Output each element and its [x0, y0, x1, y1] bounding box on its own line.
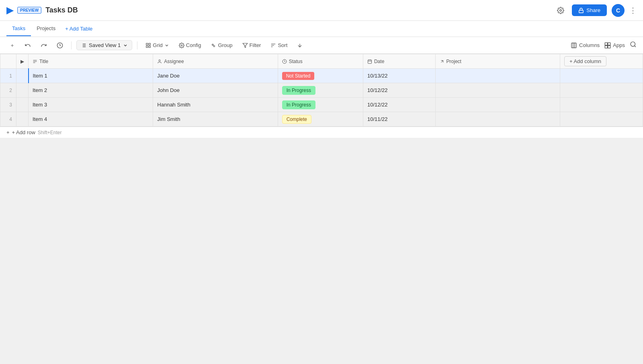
row-title[interactable]: Item 1	[29, 69, 153, 83]
toolbar-right: Columns Apps	[571, 41, 637, 49]
row-project[interactable]	[435, 83, 560, 98]
arrow-icon	[440, 59, 444, 64]
col-header-assignee[interactable]: Assignee	[153, 54, 278, 69]
table-header-row: ▶ Title Assignee	[0, 54, 643, 69]
nav-tabs: Tasks Projects + Add Table	[0, 21, 643, 37]
apps-icon	[604, 42, 611, 49]
tab-tasks[interactable]: Tasks	[6, 21, 31, 36]
grid-icon	[145, 43, 151, 48]
group-button[interactable]: Group	[207, 41, 235, 50]
saved-view-button[interactable]: Saved View 1	[76, 40, 132, 50]
row-expand-cell	[16, 98, 29, 112]
redo-icon	[41, 42, 47, 49]
columns-icon	[571, 42, 577, 49]
status-badge: In Progress	[282, 86, 315, 95]
header-right: Share C ⋮	[554, 4, 637, 17]
row-assignee[interactable]: Jane Doe	[153, 69, 278, 83]
redo-button[interactable]	[37, 41, 50, 50]
table-row[interactable]: 4 Item 4 Jim Smith Complete 10/11/22	[0, 112, 643, 127]
row-expand-cell	[16, 112, 29, 127]
search-icon	[630, 41, 637, 48]
share-button[interactable]: Share	[572, 4, 607, 16]
svg-point-15	[213, 45, 215, 47]
row-title[interactable]: Item 4	[29, 112, 153, 127]
col-header-date[interactable]: Date	[363, 54, 435, 69]
col-header-project[interactable]: Project	[435, 54, 560, 69]
svg-point-33	[159, 59, 160, 61]
row-empty	[560, 98, 643, 112]
status-badge: Not Started	[282, 72, 315, 80]
row-status[interactable]: Complete	[278, 112, 363, 127]
row-status[interactable]: Not Started	[278, 69, 363, 83]
history-button[interactable]	[53, 41, 66, 50]
row-assignee[interactable]: Hannah Smith	[153, 98, 278, 112]
filter-icon	[242, 43, 248, 48]
apps-button[interactable]: Apps	[604, 42, 625, 49]
main-table: ▶ Title Assignee	[0, 54, 643, 127]
logo-icon: ▶	[6, 5, 13, 16]
add-column-header[interactable]: + Add column	[560, 54, 643, 69]
svg-rect-9	[146, 43, 148, 45]
table-row[interactable]: 2 Item 2 John Doe In Progress 10/12/22	[0, 83, 643, 98]
row-status[interactable]: In Progress	[278, 83, 363, 98]
sort-button[interactable]: Sort	[267, 41, 291, 50]
search-button[interactable]	[630, 41, 637, 49]
table-row[interactable]: 3 Item 3 Hannah Smith In Progress 10/12/…	[0, 98, 643, 112]
row-assignee[interactable]: John Doe	[153, 83, 278, 98]
row-project[interactable]	[435, 112, 560, 127]
grid-view-button[interactable]: Grid	[142, 41, 172, 50]
filter-button[interactable]: Filter	[239, 41, 264, 50]
row-expand-cell	[16, 69, 29, 83]
svg-rect-11	[146, 46, 148, 47]
svg-rect-12	[149, 46, 150, 47]
clock-icon	[282, 59, 287, 64]
add-row-shortcut: Shift+Enter	[38, 130, 62, 135]
row-status[interactable]: In Progress	[278, 98, 363, 112]
row-assignee[interactable]: Jim Smith	[153, 112, 278, 127]
svg-rect-24	[605, 43, 608, 45]
row-num-header	[0, 54, 16, 69]
chevron-down-icon	[123, 43, 128, 48]
toolbar-left: ＋ Saved View 1 Grid Config Group	[6, 40, 306, 51]
svg-rect-1	[579, 10, 584, 12]
col-header-status[interactable]: Status	[278, 54, 363, 69]
row-project[interactable]	[435, 69, 560, 83]
preview-badge: PREVIEW	[17, 7, 41, 14]
row-project[interactable]	[435, 98, 560, 112]
svg-point-0	[560, 9, 562, 11]
header-left: ▶ PREVIEW Tasks DB	[6, 5, 78, 16]
row-expand-cell	[16, 83, 29, 98]
group-icon	[211, 43, 216, 48]
expand-icon: ▶	[20, 59, 24, 64]
undo-button[interactable]	[21, 41, 34, 50]
columns-button[interactable]: Columns	[571, 42, 600, 49]
sort-order-button[interactable]	[294, 41, 306, 50]
row-number: 3	[0, 98, 16, 112]
row-number: 4	[0, 112, 16, 127]
config-button[interactable]: Config	[176, 41, 205, 50]
sort-order-icon	[297, 43, 303, 48]
config-label: Config	[186, 42, 201, 48]
config-icon	[179, 43, 184, 48]
row-empty	[560, 83, 643, 98]
columns-label: Columns	[579, 42, 600, 48]
settings-button[interactable]	[554, 4, 567, 17]
tab-projects[interactable]: Projects	[31, 21, 61, 36]
add-column-button[interactable]: + Add column	[564, 56, 606, 66]
lock-icon	[578, 8, 584, 13]
sort-icon	[270, 43, 276, 48]
add-table-button[interactable]: + Add Table	[61, 23, 96, 34]
table-row[interactable]: 1 Item 1 Jane Doe Not Started 10/13/22	[0, 69, 643, 83]
top-header: ▶ PREVIEW Tasks DB Share C ⋮	[0, 0, 643, 21]
expand-header: ▶	[16, 54, 29, 69]
svg-point-13	[181, 45, 182, 46]
row-title[interactable]: Item 2	[29, 83, 153, 98]
row-title[interactable]: Item 3	[29, 98, 153, 112]
avatar[interactable]: C	[612, 4, 625, 17]
calendar-icon	[367, 59, 372, 64]
more-menu-button[interactable]: ⋮	[629, 6, 637, 15]
col-header-title[interactable]: Title	[29, 54, 153, 69]
person-icon	[157, 59, 162, 64]
add-row-button[interactable]: + + Add row Shift+Enter	[0, 127, 68, 138]
add-button[interactable]: ＋	[6, 40, 18, 51]
